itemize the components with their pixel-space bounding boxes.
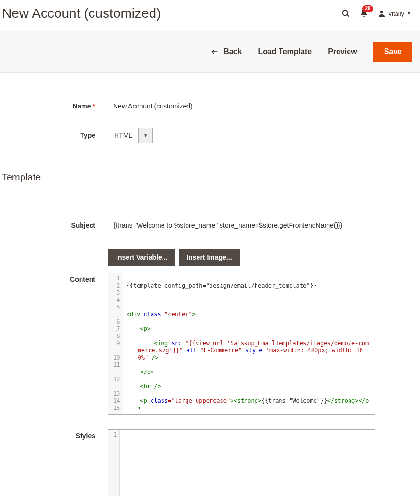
subject-label: Subject [0,221,108,229]
page-title: New Account (customized) [2,6,161,21]
insert-image-button[interactable]: Insert Image... [179,249,239,266]
type-label: Type [0,132,108,139]
content-label: Content [0,273,108,283]
preview-button[interactable]: Preview [328,48,357,56]
username: vitaliy [389,10,405,17]
notifications-count: 28 [362,5,373,12]
styles-label: Styles [0,429,108,440]
styles-editor[interactable]: 1 [108,429,375,496]
svg-point-2 [380,11,383,13]
name-label: Name* [0,102,108,110]
chevron-down-icon: ▼ [139,128,153,143]
subject-input[interactable] [108,217,375,233]
editor-code: {{template config_path="design/email/hea… [123,273,375,414]
chevron-down-icon: ▼ [407,11,411,16]
back-button[interactable]: Back [211,48,242,56]
action-bar: Back Load Template Preview Save [0,31,420,73]
svg-line-1 [347,15,349,17]
user-menu[interactable]: vitaliy ▼ [377,9,411,18]
content-editor[interactable]: 123456789101112131415 {{template config_… [108,273,375,415]
user-icon [377,9,386,18]
type-select-value: HTML [108,128,139,143]
arrow-left-icon [211,48,219,56]
notifications-button[interactable]: 28 [359,9,369,18]
name-input[interactable] [108,98,375,114]
template-section-heading: Template [0,166,420,192]
editor-gutter: 123456789101112131415 [108,273,123,414]
search-icon[interactable] [341,9,350,18]
type-select[interactable]: HTML ▼ [108,128,153,143]
editor-code [120,430,375,496]
editor-gutter: 1 [108,430,120,496]
insert-variable-button[interactable]: Insert Variable... [108,249,175,266]
save-button[interactable]: Save [373,42,412,62]
svg-point-0 [342,10,348,15]
load-template-button[interactable]: Load Template [258,48,312,56]
